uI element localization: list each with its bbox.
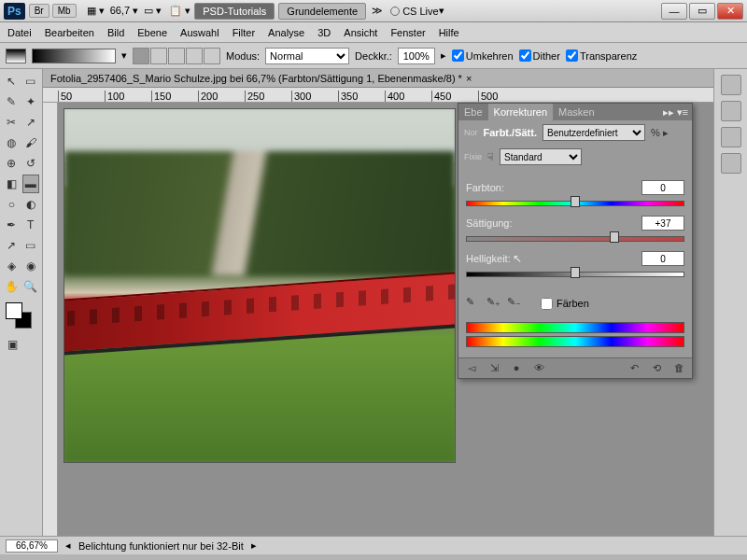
mode-select[interactable]: Normal	[265, 48, 349, 64]
hue-input[interactable]	[641, 180, 684, 195]
quickmask-toggle[interactable]: ▣	[3, 335, 21, 354]
saturation-input[interactable]	[641, 216, 684, 231]
gradient-reflected[interactable]	[186, 48, 203, 64]
dither-checkbox[interactable]: Dither	[519, 49, 560, 62]
panel-icon-2[interactable]	[721, 101, 741, 121]
screen-mode-icon[interactable]: ▭ ▾	[144, 5, 162, 17]
range-select[interactable]: Standard	[500, 148, 582, 165]
menu-help[interactable]: Hilfe	[439, 27, 459, 38]
gradient-diamond[interactable]	[204, 48, 220, 64]
lightness-slider[interactable]	[466, 268, 684, 279]
saturation-slider[interactable]	[466, 232, 684, 244]
menu-select[interactable]: Auswahl	[180, 27, 219, 38]
preset-select[interactable]: Benutzerdefiniert	[543, 124, 645, 141]
eraser-tool[interactable]: ◧	[3, 175, 21, 193]
document-tab[interactable]: Fotolia_2957406_S_Mario Schulze.jpg bei …	[43, 69, 713, 88]
hue-slider[interactable]	[466, 197, 684, 208]
clip-icon[interactable]: ●	[509, 362, 524, 374]
gradient-angle[interactable]	[168, 48, 185, 64]
hand-adjust-icon[interactable]: ☟	[487, 151, 494, 163]
gradient-tool[interactable]: ▬	[22, 175, 40, 193]
menu-layer[interactable]: Ebene	[137, 27, 167, 38]
adjustment-title: Farbt./Sätt.	[484, 127, 537, 138]
eyedropper-add-icon[interactable]: ✎₊	[486, 296, 501, 311]
menu-edit[interactable]: Bearbeiten	[45, 27, 94, 38]
color-swatches[interactable]	[2, 301, 39, 334]
more-icon[interactable]: ≫	[372, 5, 383, 17]
eyedropper-tool[interactable]: ↗	[22, 113, 40, 132]
opacity-input[interactable]	[398, 48, 435, 64]
mode-label: Modus:	[226, 50, 260, 62]
dodge-tool[interactable]: ◐	[22, 195, 40, 214]
panel-icon-1[interactable]	[721, 75, 741, 95]
expand-icon[interactable]: ⇲	[486, 362, 501, 374]
tab-masks[interactable]: Masken	[553, 104, 600, 120]
history-icon[interactable]: 📋 ▾	[169, 5, 190, 17]
visibility-icon[interactable]: 👁	[531, 362, 546, 374]
psd-tutorials-button[interactable]: PSD-Tutorials	[194, 3, 275, 20]
heal-tool[interactable]: ◍	[3, 133, 21, 152]
path-tool[interactable]: ↗	[3, 236, 21, 255]
shape-tool[interactable]: ▭	[22, 236, 40, 255]
menu-image[interactable]: Bild	[107, 27, 124, 38]
menu-file[interactable]: Datei	[7, 27, 32, 38]
zoom-display[interactable]: 66,7 ▾	[110, 5, 138, 17]
document-image	[63, 108, 456, 463]
basics-button[interactable]: Grundelemente	[278, 3, 366, 20]
blur-tool[interactable]: ○	[3, 195, 21, 214]
panel-collapse-icon[interactable]: ▸▸ ▾≡	[663, 106, 692, 119]
eyedropper-set-icon[interactable]: ✎	[466, 296, 481, 311]
right-panel-dock	[713, 69, 747, 536]
pen-tool[interactable]: ✒	[3, 216, 21, 234]
wand-tool[interactable]: ✦	[22, 92, 40, 111]
prev-state-icon[interactable]: ↶	[627, 362, 641, 374]
status-prev-icon[interactable]: ◂	[65, 539, 71, 552]
menu-3d[interactable]: 3D	[317, 27, 331, 38]
minibridge-chip[interactable]: Mb	[52, 4, 77, 18]
3d-tool[interactable]: ◈	[3, 257, 21, 275]
reset-icon[interactable]: ⟲	[649, 362, 664, 374]
options-bar: ▾ Modus: Normal Deckkr.: ▸ Umkehren Dith…	[0, 43, 747, 69]
type-tool[interactable]: T	[22, 216, 40, 234]
lasso-tool[interactable]: ✎	[3, 92, 21, 111]
history-brush-tool[interactable]: ↺	[22, 154, 40, 173]
panel-icon-3[interactable]	[721, 127, 741, 147]
gradient-linear[interactable]	[133, 48, 149, 64]
zoom-input[interactable]	[6, 539, 58, 553]
marquee-tool[interactable]: ▭	[22, 72, 40, 91]
lightness-input[interactable]	[641, 251, 684, 266]
colorize-checkbox[interactable]: Färben	[541, 298, 589, 310]
menu-view[interactable]: Ansicht	[344, 27, 377, 38]
brush-tool[interactable]: 🖌	[22, 133, 40, 152]
view-grid-icon[interactable]: ▦ ▾	[87, 5, 105, 17]
menu-analysis[interactable]: Analyse	[268, 27, 304, 38]
eyedropper-sub-icon[interactable]: ✎₋	[507, 296, 522, 311]
gradient-picker[interactable]	[32, 49, 116, 63]
tab-corrections[interactable]: Korrekturen	[488, 104, 553, 120]
maximize-button[interactable]: ▭	[689, 3, 715, 20]
status-next-icon[interactable]: ▸	[251, 539, 257, 552]
pct-icon[interactable]: % ▸	[651, 127, 669, 139]
back-icon[interactable]: ◅	[464, 362, 479, 374]
bridge-chip[interactable]: Br	[29, 4, 49, 18]
hand-tool[interactable]: ✋	[3, 277, 21, 296]
delete-icon[interactable]: 🗑	[671, 362, 686, 374]
crop-tool[interactable]: ✂	[3, 113, 21, 132]
gradient-radial[interactable]	[150, 48, 167, 64]
camera-tool[interactable]: ◉	[22, 257, 40, 275]
stamp-tool[interactable]: ⊕	[3, 154, 21, 173]
menu-filter[interactable]: Filter	[233, 27, 255, 38]
move-tool[interactable]: ↖	[3, 72, 21, 91]
minimize-button[interactable]: —	[661, 3, 687, 20]
panel-icon-4[interactable]	[721, 153, 741, 174]
menu-window[interactable]: Fenster	[390, 27, 425, 38]
close-tab-icon[interactable]: ×	[466, 73, 472, 84]
side-label-nor: Nor	[464, 128, 478, 137]
cslive-button[interactable]: CS Live ▾	[390, 5, 444, 17]
reverse-checkbox[interactable]: Umkehren	[452, 49, 514, 62]
close-button[interactable]: ✕	[717, 3, 743, 20]
transparency-checkbox[interactable]: Transparenz	[566, 49, 637, 62]
tool-preset-icon[interactable]	[6, 49, 26, 63]
zoom-tool[interactable]: 🔍	[22, 277, 40, 296]
tab-layers-peek[interactable]: Ebe	[458, 104, 488, 120]
